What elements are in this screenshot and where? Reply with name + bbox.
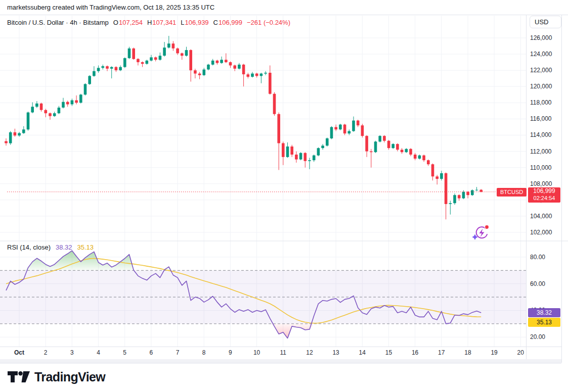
time-axis-label: 18 — [464, 349, 471, 356]
price-axis-label: 110,000 — [530, 164, 552, 172]
price-axis-label: 122,000 — [530, 66, 552, 74]
time-axis-label: 4 — [97, 349, 100, 356]
tradingview-logo-mark — [7, 370, 30, 384]
symbol-legend[interactable]: Bitcoin / U.S. Dollar · 4h · Bitstamp O1… — [7, 19, 290, 26]
time-axis-label: 17 — [438, 349, 445, 356]
tradingview-chart-widget: marketssuberg created with TradingView.c… — [0, 0, 568, 392]
ohlc-high: H107,341 — [147, 19, 176, 26]
attribution-bar: marketssuberg created with TradingView.c… — [0, 0, 568, 15]
last-price-badge: 106,999 02:24:54 — [528, 187, 560, 203]
currency-toggle-button[interactable]: USD — [530, 16, 561, 28]
ohlc-low: L106,939 — [181, 19, 208, 26]
time-axis-label: 5 — [123, 349, 126, 356]
symbol-title[interactable]: Bitcoin / U.S. Dollar · 4h · Bitstamp — [7, 19, 109, 26]
time-axis-label: 12 — [306, 349, 313, 356]
time-axis-label: 11 — [280, 349, 286, 356]
rsi-axis-badge: 38.32 — [528, 308, 560, 317]
price-axis-label: 114,000 — [530, 131, 552, 139]
price-change: −261 (−0.24%) — [247, 19, 290, 26]
time-axis-label: 10 — [253, 349, 260, 356]
rsi-ma-value: 35.13 — [77, 243, 94, 251]
rsi-oversold-fill — [6, 324, 481, 338]
price-axis-label: 116,000 — [530, 115, 552, 123]
last-price-value: 106,999 — [528, 187, 560, 195]
symbol-price-line-label: BTCUSD — [497, 188, 527, 197]
candle-countdown: 02:24:54 — [528, 195, 560, 202]
tradingview-logo-text: TradingView — [34, 370, 105, 384]
rsi-legend[interactable]: RSI (14, close) 38.32 35.13 — [7, 243, 94, 251]
price-axis-label: 124,000 — [530, 50, 552, 58]
time-axis-label: 2 — [44, 349, 48, 356]
rsi-current-value: 38.32 — [56, 243, 72, 251]
time-axis-label: 20 — [517, 349, 524, 356]
chart-canvas[interactable] — [0, 0, 568, 392]
time-axis-label: 7 — [176, 349, 180, 356]
time-axis-label: Oct — [14, 349, 24, 356]
rsi-axis-label: 20.00 — [530, 333, 545, 341]
time-axis-label: 15 — [385, 349, 392, 356]
time-axis-label: 3 — [70, 349, 74, 356]
price-axis-label: 126,000 — [530, 34, 552, 42]
time-axis-label: 9 — [229, 349, 232, 356]
price-axis-label: 112,000 — [530, 148, 552, 156]
time-axis-label: 14 — [359, 349, 366, 356]
price-axis-label: 118,000 — [530, 99, 552, 107]
price-axis-label: 104,000 — [530, 212, 552, 220]
price-axis-label: 102,000 — [530, 228, 552, 236]
price-axis-label: 120,000 — [530, 82, 552, 90]
time-axis-label: 8 — [202, 349, 206, 356]
tradingview-logo[interactable]: TradingView — [7, 370, 105, 384]
time-axis-label: 6 — [150, 349, 153, 356]
time-axis-label: 16 — [412, 349, 418, 356]
rsi-title[interactable]: RSI (14, close) — [7, 243, 51, 251]
rsi-axis-label: 60.00 — [530, 280, 545, 288]
rsi-axis-label: 80.00 — [530, 253, 545, 261]
time-axis-label: 13 — [332, 349, 339, 356]
ohlc-close: C106,999 — [213, 19, 242, 26]
price-axis-label: 108,000 — [530, 180, 552, 188]
rsi-ma-axis-badge: 35.13 — [528, 318, 560, 327]
time-axis-label: 19 — [491, 349, 497, 356]
rsi-overbought-fill — [6, 251, 481, 270]
ohlc-open: O107,254 — [113, 19, 143, 26]
